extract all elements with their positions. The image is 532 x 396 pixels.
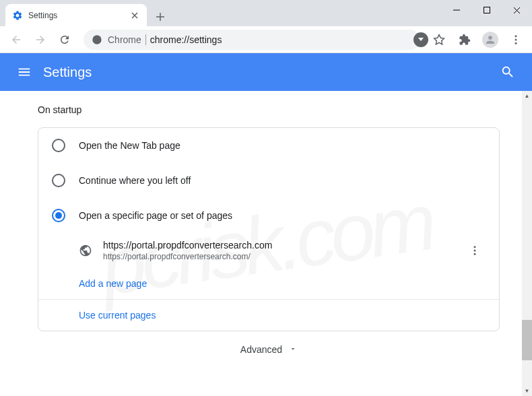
tab-title: Settings: [28, 11, 124, 20]
radio-icon: [52, 174, 65, 187]
bookmark-star-icon[interactable]: [428, 29, 450, 51]
window-controls: [441, 0, 532, 20]
notification-badge-icon[interactable]: [413, 32, 428, 47]
window-titlebar: Settings: [0, 0, 532, 26]
radio-option-continue[interactable]: Continue where you left off: [38, 163, 499, 198]
add-page-link[interactable]: Add a new page: [79, 278, 147, 289]
back-button[interactable]: [5, 29, 27, 51]
startup-card: Open the New Tab page Continue where you…: [38, 127, 500, 331]
content-area: pcrisk.com On startup Open the New Tab p…: [0, 91, 532, 396]
profile-avatar[interactable]: [479, 29, 501, 51]
hamburger-menu-button[interactable]: [11, 59, 38, 86]
browser-tab[interactable]: Settings: [5, 4, 147, 26]
browser-toolbar: Chrome chrome://settings: [0, 26, 532, 53]
use-current-link[interactable]: Use current pages: [79, 310, 156, 321]
scroll-down-arrow[interactable]: ▼: [522, 386, 532, 396]
radio-option-new-tab[interactable]: Open the New Tab page: [38, 128, 499, 163]
startup-page-entry: https://portal.propdfconvertersearch.com…: [38, 233, 499, 268]
advanced-toggle[interactable]: Advanced: [38, 331, 500, 361]
maximize-button[interactable]: [471, 0, 502, 20]
search-button[interactable]: [494, 59, 521, 86]
address-bar[interactable]: Chrome chrome://settings: [84, 30, 420, 50]
scrollbar-thumb[interactable]: [522, 320, 532, 360]
svg-rect-0: [484, 7, 490, 13]
minimize-button[interactable]: [441, 0, 471, 20]
settings-header: Settings: [0, 53, 532, 91]
reload-button[interactable]: [54, 29, 75, 51]
advanced-label: Advanced: [240, 344, 282, 355]
svg-point-4: [515, 42, 517, 44]
section-title: On startup: [38, 104, 500, 115]
close-tab-button[interactable]: [129, 10, 140, 21]
new-tab-button[interactable]: [151, 7, 170, 26]
svg-point-7: [474, 253, 476, 255]
scroll-up-arrow[interactable]: ▲: [522, 91, 532, 101]
kebab-menu-icon[interactable]: [505, 29, 527, 51]
url-text: Chrome chrome://settings: [108, 34, 222, 45]
radio-option-specific-page[interactable]: Open a specific page or set of pages: [38, 198, 499, 233]
svg-point-6: [474, 250, 476, 252]
svg-point-1: [92, 35, 101, 44]
forward-button: [30, 29, 51, 51]
scrollbar-track[interactable]: ▲ ▼: [522, 91, 532, 396]
page-entry-title: https://portal.propdfconvertersearch.com: [103, 240, 453, 251]
extensions-icon[interactable]: [454, 29, 475, 51]
radio-label: Open the New Tab page: [79, 140, 180, 151]
radio-icon: [52, 209, 65, 222]
svg-point-5: [474, 246, 476, 248]
svg-point-3: [515, 38, 517, 40]
close-window-button[interactable]: [502, 0, 532, 20]
settings-title: Settings: [43, 65, 494, 80]
svg-point-2: [515, 35, 517, 37]
use-current-row: Use current pages: [38, 299, 499, 331]
chrome-icon: [92, 34, 102, 45]
globe-icon: [79, 244, 92, 257]
page-entry-more-button[interactable]: [464, 240, 486, 261]
radio-icon: [52, 139, 65, 152]
chevron-down-icon: [289, 343, 297, 356]
radio-label: Open a specific page or set of pages: [79, 210, 232, 221]
add-page-row: Add a new page: [38, 268, 499, 299]
gear-icon: [12, 10, 23, 21]
page-entry-url: https://portal.propdfconvertersearch.com…: [103, 252, 453, 261]
radio-label: Continue where you left off: [79, 175, 191, 186]
